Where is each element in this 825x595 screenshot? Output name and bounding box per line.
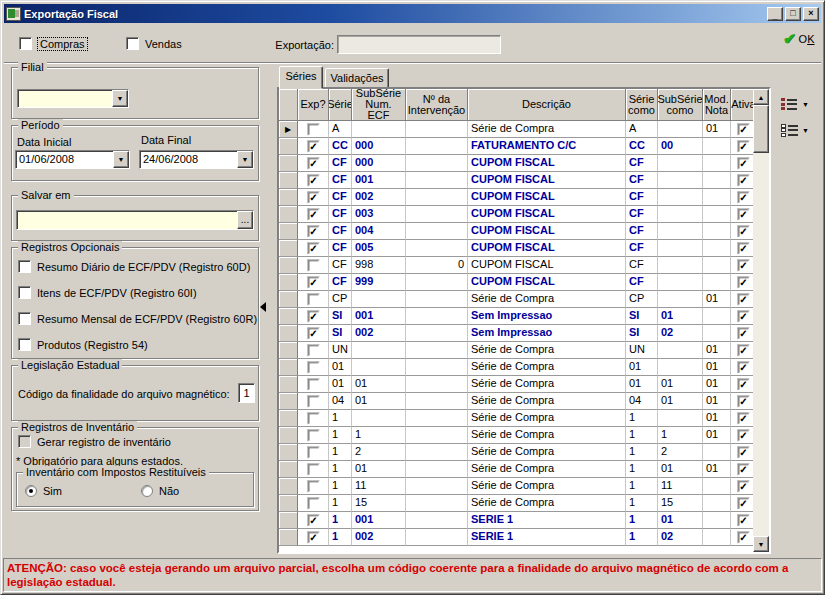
- serie-cell[interactable]: 01: [329, 359, 352, 376]
- serie-como-cell[interactable]: CF: [626, 155, 658, 172]
- mod-nota-cell[interactable]: [703, 512, 731, 529]
- subserie-cell[interactable]: 01: [352, 461, 406, 478]
- serie-como-cell[interactable]: A: [626, 121, 658, 138]
- intervencao-cell[interactable]: [406, 240, 468, 257]
- subserie-cell[interactable]: 15: [352, 495, 406, 512]
- subserie-cell[interactable]: 001: [352, 512, 406, 529]
- subserie-cell[interactable]: 000: [352, 155, 406, 172]
- filial-combobox[interactable]: ▼: [17, 89, 129, 108]
- intervencao-cell[interactable]: [406, 410, 468, 427]
- grid-row-4[interactable]: ✓CF002CUPOM FISCALCF✓: [279, 189, 753, 206]
- intervencao-cell[interactable]: [406, 342, 468, 359]
- intervencao-cell[interactable]: [406, 138, 468, 155]
- subserie-como-cell[interactable]: [658, 223, 703, 240]
- descricao-cell[interactable]: Série de Compra: [468, 359, 626, 376]
- subserie-cell[interactable]: 999: [352, 274, 406, 291]
- titlebar[interactable]: Exportação Fiscal _ □ ×: [4, 4, 821, 23]
- serie-como-cell[interactable]: SI: [626, 308, 658, 325]
- grid-row-13[interactable]: UNSérie de CompraUN01✓: [279, 342, 753, 359]
- subserie-cell[interactable]: 01: [352, 376, 406, 393]
- serie-como-cell[interactable]: CF: [626, 274, 658, 291]
- serie-como-cell[interactable]: 1: [626, 529, 658, 546]
- serie-cell[interactable]: 1: [329, 410, 352, 427]
- grid-row-6[interactable]: ✓CF004CUPOM FISCALCF✓: [279, 223, 753, 240]
- checked-checkbox[interactable]: ✓: [738, 140, 750, 152]
- checked-checkbox[interactable]: ✓: [738, 378, 750, 390]
- checked-checkbox[interactable]: ✓: [738, 344, 750, 356]
- exp-cell[interactable]: ✓: [298, 512, 329, 529]
- subserie-cell[interactable]: 2: [352, 444, 406, 461]
- descricao-cell[interactable]: Sem Impressao: [468, 325, 626, 342]
- subserie-como-cell[interactable]: [658, 257, 703, 274]
- intervencao-cell[interactable]: [406, 172, 468, 189]
- subserie-como-cell[interactable]: 11: [658, 478, 703, 495]
- ativa-cell[interactable]: ✓: [731, 342, 753, 359]
- data-inicial-combobox[interactable]: 01/06/2008 ▼: [15, 150, 130, 169]
- serie-como-cell[interactable]: 1: [626, 478, 658, 495]
- grid-row-23[interactable]: ✓1001SERIE 1101✓: [279, 512, 753, 529]
- scroll-thumb[interactable]: [753, 105, 769, 153]
- subserie-cell[interactable]: 998: [352, 257, 406, 274]
- mod-nota-cell[interactable]: [703, 138, 731, 155]
- grid-row-12[interactable]: ✓SI002Sem ImpressaoSI02✓: [279, 325, 753, 342]
- gerar-inventario-checkbox[interactable]: Gerar registro de inventário: [18, 435, 171, 448]
- mod-nota-cell[interactable]: 01: [703, 342, 731, 359]
- serie-cell[interactable]: 1: [329, 495, 352, 512]
- intervencao-cell[interactable]: [406, 274, 468, 291]
- exp-cell[interactable]: [298, 478, 329, 495]
- grid-header-n-da-interven-o[interactable]: Nº da Intervenção: [406, 89, 468, 121]
- exportacao-field[interactable]: [337, 35, 501, 54]
- exp-cell[interactable]: [298, 461, 329, 478]
- mod-nota-cell[interactable]: 01: [703, 410, 731, 427]
- checked-checkbox[interactable]: ✓: [738, 259, 750, 271]
- mod-nota-cell[interactable]: [703, 172, 731, 189]
- mod-nota-cell[interactable]: 01: [703, 393, 731, 410]
- mod-nota-cell[interactable]: [703, 478, 731, 495]
- exp-cell[interactable]: ✓: [298, 240, 329, 257]
- checked-checkbox[interactable]: ✓: [307, 310, 319, 322]
- subserie-como-cell[interactable]: 1: [658, 427, 703, 444]
- serie-como-cell[interactable]: CF: [626, 240, 658, 257]
- mod-nota-cell[interactable]: [703, 529, 731, 546]
- descricao-cell[interactable]: SERIE 1: [468, 512, 626, 529]
- opcional-checkbox-box[interactable]: [18, 260, 31, 273]
- exp-cell[interactable]: ✓: [298, 172, 329, 189]
- mod-nota-cell[interactable]: [703, 189, 731, 206]
- grid-layout-button[interactable]: ▼: [781, 120, 821, 140]
- grid-row-20[interactable]: 101Série de Compra10101✓: [279, 461, 753, 478]
- serie-cell[interactable]: CF: [329, 172, 352, 189]
- serie-cell[interactable]: CP: [329, 291, 352, 308]
- checked-checkbox[interactable]: ✓: [738, 497, 750, 509]
- grid-row-9[interactable]: ✓CF999CUPOM FISCALCF✓: [279, 274, 753, 291]
- grid-row-19[interactable]: 12Série de Compra12✓: [279, 444, 753, 461]
- checked-checkbox[interactable]: ✓: [738, 395, 750, 407]
- checked-checkbox[interactable]: ✓: [738, 429, 750, 441]
- subserie-cell[interactable]: [352, 410, 406, 427]
- ativa-cell[interactable]: ✓: [731, 410, 753, 427]
- unchecked-checkbox[interactable]: [307, 412, 319, 424]
- serie-cell[interactable]: 1: [329, 478, 352, 495]
- descricao-cell[interactable]: Série de Compra: [468, 342, 626, 359]
- exp-cell[interactable]: ✓: [298, 206, 329, 223]
- serie-cell[interactable]: CC: [329, 138, 352, 155]
- serie-como-cell[interactable]: 1: [626, 512, 658, 529]
- compras-checkbox-box[interactable]: [19, 37, 32, 50]
- checked-checkbox[interactable]: ✓: [738, 480, 750, 492]
- serie-como-cell[interactable]: CC: [626, 138, 658, 155]
- grid-row-17[interactable]: 1Série de Compra101✓: [279, 410, 753, 427]
- data-final-dropdown-icon[interactable]: ▼: [237, 151, 253, 168]
- subserie-como-cell[interactable]: [658, 410, 703, 427]
- checked-checkbox[interactable]: ✓: [738, 327, 750, 339]
- mod-nota-cell[interactable]: 01: [703, 291, 731, 308]
- intervencao-cell[interactable]: [406, 393, 468, 410]
- unchecked-checkbox[interactable]: [307, 497, 319, 509]
- descricao-cell[interactable]: CUPOM FISCAL: [468, 223, 626, 240]
- serie-cell[interactable]: 04: [329, 393, 352, 410]
- subserie-cell[interactable]: 000: [352, 138, 406, 155]
- serie-cell[interactable]: CF: [329, 206, 352, 223]
- subserie-cell[interactable]: [352, 359, 406, 376]
- descricao-cell[interactable]: CUPOM FISCAL: [468, 257, 626, 274]
- mod-nota-cell[interactable]: 01: [703, 121, 731, 138]
- exp-cell[interactable]: ✓: [298, 138, 329, 155]
- vendas-checkbox-box[interactable]: [126, 37, 139, 50]
